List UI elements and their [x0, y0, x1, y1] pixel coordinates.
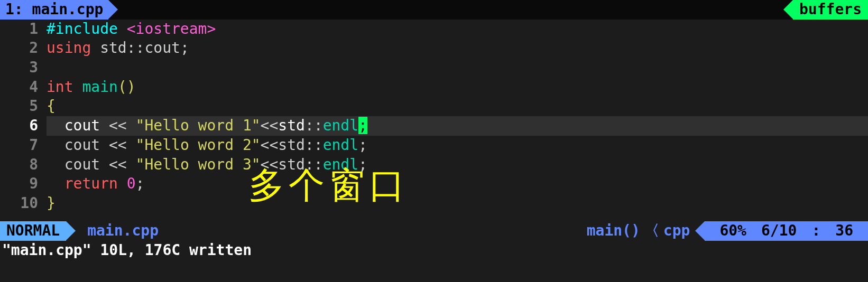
statusline-colon: :: [804, 221, 828, 241]
separator-icon: [695, 221, 705, 240]
code-line[interactable]: 10}: [0, 194, 868, 213]
line-number: 10: [0, 194, 47, 213]
chevron-left-icon: 〈: [640, 221, 663, 241]
separator-icon: [783, 0, 793, 19]
line-number: 7: [0, 136, 47, 155]
statusline-percent: 60%: [712, 221, 754, 241]
code-content[interactable]: {: [47, 97, 868, 116]
separator-icon: [108, 0, 118, 19]
statusline-lineinfo: 6/10: [754, 221, 804, 241]
line-number: 8: [0, 155, 47, 175]
code-content[interactable]: cout << "Hello word 2"<<std::endl;: [47, 136, 868, 155]
command-message-line[interactable]: "main.cpp" 10L, 176C written: [0, 241, 868, 260]
line-number: 4: [0, 78, 47, 97]
code-content[interactable]: #include <iostream>: [47, 20, 868, 39]
line-number: 2: [0, 39, 47, 58]
line-number: 6: [0, 116, 47, 136]
statusline-spacer: [170, 221, 581, 241]
code-content[interactable]: }: [47, 194, 868, 213]
statusline-column: 36: [828, 221, 861, 241]
statusline-function: main(): [587, 221, 640, 241]
separator-icon: [66, 221, 76, 240]
statusline-filename: main.cpp: [76, 221, 170, 241]
buffer-tab-active[interactable]: 1: main.cpp: [0, 0, 108, 20]
code-line[interactable]: 2using std::cout;: [0, 39, 868, 58]
code-content[interactable]: int main(): [47, 78, 868, 97]
code-content[interactable]: cout << "Hello word 3"<<std::endl;: [47, 155, 868, 175]
editor-area[interactable]: 1#include <iostream>2using std::cout;34i…: [0, 20, 868, 213]
statusline-context: main() 〈 cpp: [581, 221, 696, 241]
code-line[interactable]: 8 cout << "Hello word 3"<<std::endl;: [0, 155, 868, 175]
code-line[interactable]: 4int main(): [0, 78, 868, 97]
line-number: 5: [0, 97, 47, 116]
tabline-label-buffers[interactable]: buffers: [793, 0, 868, 20]
statusline-filetype: cpp: [663, 221, 690, 241]
code-line[interactable]: 7 cout << "Hello word 2"<<std::endl;: [0, 136, 868, 155]
code-line[interactable]: 5{: [0, 97, 868, 116]
statusline-position: 60% 6/10 : 36: [705, 221, 868, 241]
statusline: NORMAL main.cpp main() 〈 cpp 60% 6/10 : …: [0, 221, 868, 241]
line-number: 3: [0, 58, 47, 78]
code-content[interactable]: [47, 58, 868, 78]
code-line[interactable]: 9 return 0;: [0, 174, 868, 194]
mode-indicator: NORMAL: [0, 221, 66, 241]
tabline-spacer: [118, 0, 783, 20]
code-line[interactable]: 3: [0, 58, 868, 78]
code-line[interactable]: 6 cout << "Hello word 1"<<std::endl;: [0, 116, 868, 136]
code-content[interactable]: using std::cout;: [47, 39, 868, 58]
vim-window: 1: main.cpp buffers 1#include <iostream>…: [0, 0, 868, 282]
code-line[interactable]: 1#include <iostream>: [0, 20, 868, 39]
code-content[interactable]: return 0;: [47, 174, 868, 194]
tabline: 1: main.cpp buffers: [0, 0, 868, 20]
line-number: 9: [0, 174, 47, 194]
line-number: 1: [0, 20, 47, 39]
code-content[interactable]: cout << "Hello word 1"<<std::endl;: [47, 116, 868, 136]
